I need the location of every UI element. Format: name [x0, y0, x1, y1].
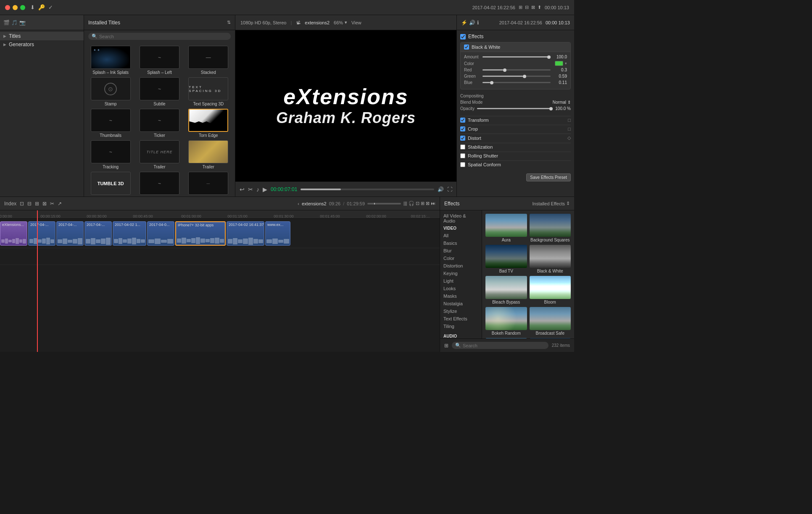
cat-light[interactable]: Light	[440, 277, 482, 285]
blend-mode-value[interactable]: Normal ⇕	[553, 100, 571, 105]
red-slider[interactable]	[482, 69, 551, 71]
effect-broadcast[interactable]: Broadcast Safe	[530, 307, 571, 336]
browser-search-box[interactable]: 🔍	[88, 33, 231, 40]
opacity-slider[interactable]	[477, 108, 553, 109]
clip-icon[interactable]: ⊡	[20, 201, 24, 207]
grid-item-trailer-dark[interactable]: TITLE HERE Trailer	[136, 140, 182, 169]
grid-item-tracking[interactable]: ~ Tracking	[87, 140, 134, 169]
sort-icon[interactable]: ⇅	[227, 20, 231, 25]
effect-bleach[interactable]: Bleach Bypass	[485, 276, 527, 304]
nav-item-titles[interactable]: ▶ Titles	[0, 32, 84, 40]
music-icon[interactable]: 🎵	[11, 20, 18, 26]
loop-icon[interactable]: ↩	[240, 186, 245, 193]
distort-check[interactable]	[460, 136, 465, 141]
grid-item-thumbnails[interactable]: ~ Thumbnails	[87, 109, 134, 138]
view-button[interactable]: View	[351, 20, 361, 25]
effect-aura[interactable]: Aura	[485, 214, 527, 242]
bw-checkbox[interactable]	[464, 45, 469, 50]
maximize-button[interactable]	[20, 5, 25, 10]
cat-keying[interactable]: Keying	[440, 270, 482, 277]
import-icon[interactable]: ⬇	[30, 4, 35, 10]
grid-item-tumble3d[interactable]: TUMBLE 3D Tumble 3D	[87, 172, 134, 197]
grid-item-ticker[interactable]: ~ Ticker	[136, 109, 182, 138]
cat-masks[interactable]: Masks	[440, 292, 482, 300]
grid-item-trailer-gold[interactable]: Trailer	[185, 140, 232, 169]
trim-icon[interactable]: ✂	[248, 186, 253, 193]
cat-color[interactable]: Color	[440, 254, 482, 262]
grid-item-splash-left[interactable]: ~ Splash – Left	[136, 46, 182, 75]
cat-stylize[interactable]: Stylize	[440, 307, 482, 315]
cat-looks[interactable]: Looks	[440, 285, 482, 292]
grid-item-typewriter[interactable]: ~ Typewriter	[136, 172, 182, 197]
effects-icon[interactable]: ⚡	[461, 20, 467, 26]
timeline-zoom-icon[interactable]: ⊠	[426, 201, 430, 206]
grid-item-stamp[interactable]: ⊙ Stamp	[87, 77, 134, 106]
clip-6[interactable]: 2017-04-02 16:41:37	[227, 221, 264, 246]
cat-all[interactable]: All	[440, 232, 482, 239]
color-arrow[interactable]: ▾	[565, 61, 567, 66]
skip-icon[interactable]: ⏭	[431, 201, 435, 206]
clip-extensions[interactable]: eXtensions...	[0, 221, 27, 246]
effect-bad-tv[interactable]: Bad TV	[485, 245, 527, 273]
zoom-out-icon[interactable]: ⊟	[27, 201, 32, 207]
video-icon[interactable]: 🎬	[3, 20, 10, 26]
grid-item-stacked[interactable]: — Stacked	[185, 46, 232, 75]
play-button[interactable]: ▶	[263, 186, 267, 193]
audio-meter-icon[interactable]: |||	[403, 201, 407, 206]
cat-all-video-audio[interactable]: All Video & Audio	[440, 212, 482, 225]
photo-icon[interactable]: 📷	[19, 20, 26, 26]
grid-icon[interactable]: ⊞	[519, 5, 522, 10]
progress-bar[interactable]	[301, 189, 434, 190]
check-icon[interactable]: ✓	[48, 4, 53, 10]
clip-4[interactable]: 2017-04-02 1...	[113, 221, 146, 246]
stabilization-check[interactable]	[460, 144, 465, 149]
clip-3[interactable]: 2017-04-...	[84, 221, 112, 246]
blue-slider[interactable]	[482, 82, 551, 83]
color-swatch[interactable]	[555, 61, 563, 66]
effects-master-check[interactable]	[460, 34, 466, 39]
cat-tiling[interactable]: Tiling	[440, 323, 482, 330]
effects-search-box[interactable]: 🔍	[452, 342, 548, 349]
grid-item-subtle[interactable]: ~ Subtle	[136, 77, 182, 106]
fullscreen-button[interactable]: ⛶	[447, 186, 452, 192]
effect-more-2[interactable]	[530, 338, 571, 338]
timeline-nav-left[interactable]: ‹	[298, 201, 299, 206]
grid-item-textspacing[interactable]: TEXT SPACING 3D Text Spacing 3D	[185, 77, 232, 106]
view-options-icon[interactable]: ⊠	[42, 201, 47, 207]
share-icon[interactable]: ⬆	[538, 5, 541, 10]
save-effects-button[interactable]: Save Effects Preset	[526, 173, 571, 181]
effect-more-1[interactable]	[485, 338, 527, 338]
info-icon[interactable]: ℹ	[477, 20, 479, 26]
installed-arrow[interactable]: ⇕	[566, 201, 570, 206]
browser-search-input[interactable]	[99, 34, 227, 39]
tool-arrow[interactable]: ↗	[58, 201, 62, 207]
effect-bloom[interactable]: Bloom	[530, 276, 571, 304]
transform-check[interactable]	[460, 118, 465, 123]
list-icon[interactable]: ⊟	[525, 5, 529, 10]
audio-icon[interactable]: ♪	[256, 186, 259, 193]
cat-text-effects[interactable]: Text Effects	[440, 315, 482, 323]
clip-iphone[interactable]: iPhone7+ 32-bit apps	[175, 221, 226, 246]
minimize-button[interactable]	[13, 5, 18, 10]
green-slider[interactable]	[482, 76, 551, 77]
crop-check[interactable]	[460, 126, 465, 131]
clip-7[interactable]: www.ex...	[265, 221, 290, 246]
cat-blur[interactable]: Blur	[440, 247, 482, 254]
grid-view-button[interactable]: ⊞	[444, 343, 448, 349]
blade-icon[interactable]: ✂	[50, 201, 54, 207]
view-clip-icon[interactable]: ⊡	[416, 201, 419, 206]
amount-slider[interactable]	[482, 56, 551, 58]
effects-search-input[interactable]	[463, 343, 545, 348]
effect-bw[interactable]: Black & White	[530, 245, 571, 273]
timeline-scroll[interactable]: 00:00:00:00 00:00:15:00 00:00:30:00 00:0…	[0, 210, 440, 352]
close-button[interactable]	[5, 5, 10, 10]
audio-panel-icon[interactable]: 🔊	[469, 20, 475, 26]
cat-basics[interactable]: Basics	[440, 239, 482, 247]
layout-icon[interactable]: ⊠	[531, 5, 535, 10]
zoom-in-icon[interactable]: ⊞	[35, 201, 39, 207]
index-label[interactable]: Index	[4, 201, 16, 207]
clip-1[interactable]: 2017-04-...	[28, 221, 55, 246]
clip-5[interactable]: 2017-04-0...	[147, 221, 174, 246]
vol-icon[interactable]: 🔊	[438, 186, 444, 192]
preview-zoom-control[interactable]: 66% ▾	[334, 20, 347, 25]
